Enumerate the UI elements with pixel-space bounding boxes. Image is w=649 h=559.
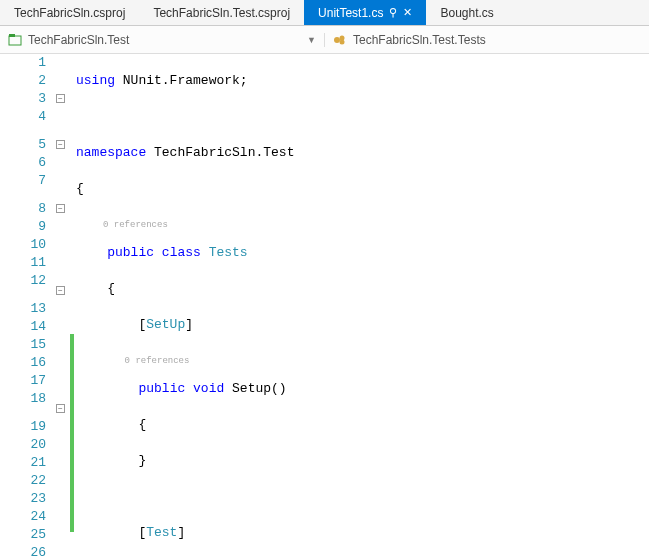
- pin-icon[interactable]: ⚲: [389, 6, 397, 19]
- codelens-references[interactable]: 0 references: [125, 356, 190, 366]
- project-icon: [8, 33, 22, 47]
- svg-rect-1: [9, 34, 15, 37]
- tab-bought-cs[interactable]: Bought.cs: [426, 0, 507, 25]
- svg-point-4: [340, 39, 345, 44]
- code-area[interactable]: using NUnit.Framework; namespace TechFab…: [74, 54, 649, 559]
- tab-techfabricsln-csproj[interactable]: TechFabricSln.csproj: [0, 0, 139, 25]
- nav-bar: TechFabricSln.Test ▼ TechFabricSln.Test.…: [0, 26, 649, 54]
- fold-toggle[interactable]: −: [56, 204, 65, 213]
- nav-class-label: TechFabricSln.Test.Tests: [353, 33, 486, 47]
- tab-bar: TechFabricSln.csproj TechFabricSln.Test.…: [0, 0, 649, 26]
- line-numbers: 1 2 3 4 5 6 7 8 9 10 11 12 13 14 15 16 1…: [0, 54, 56, 559]
- tab-unittest1-cs[interactable]: UnitTest1.cs ⚲ ✕: [304, 0, 426, 25]
- close-icon[interactable]: ✕: [403, 6, 412, 19]
- change-mark: [70, 334, 74, 532]
- fold-column: − − − − −: [56, 54, 70, 559]
- fold-toggle[interactable]: −: [56, 286, 65, 295]
- nav-project-dropdown[interactable]: TechFabricSln.Test ▼: [0, 33, 325, 47]
- change-indicator-column: [70, 54, 74, 559]
- class-icon: [333, 33, 347, 47]
- nav-project-label: TechFabricSln.Test: [28, 33, 129, 47]
- chevron-down-icon: ▼: [307, 35, 316, 45]
- svg-point-2: [334, 37, 340, 43]
- codelens-references[interactable]: 0 references: [103, 220, 168, 230]
- fold-toggle[interactable]: −: [56, 140, 65, 149]
- svg-rect-0: [9, 36, 21, 45]
- tab-techfabricsln-test-csproj[interactable]: TechFabricSln.Test.csproj: [139, 0, 304, 25]
- fold-toggle[interactable]: −: [56, 94, 65, 103]
- code-editor[interactable]: 1 2 3 4 5 6 7 8 9 10 11 12 13 14 15 16 1…: [0, 54, 649, 559]
- fold-toggle[interactable]: −: [56, 404, 65, 413]
- nav-class-dropdown[interactable]: TechFabricSln.Test.Tests: [325, 33, 649, 47]
